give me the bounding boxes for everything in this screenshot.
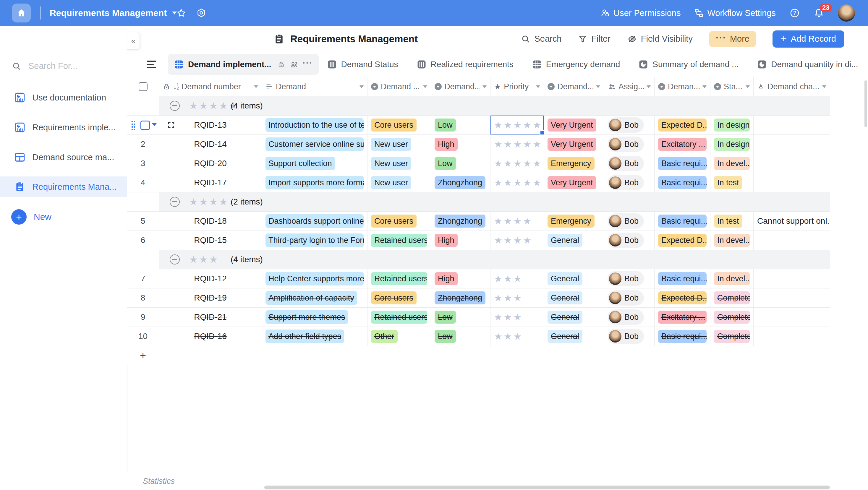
priority-stars[interactable]: ★★★★★	[494, 159, 542, 168]
tab-3[interactable]: Summary of demand ...	[638, 59, 739, 69]
demand-number-cell[interactable]: RQID-20	[159, 154, 262, 173]
column-header-5[interactable]: Demand...	[544, 77, 604, 96]
row-number-cell[interactable]: 8	[127, 289, 159, 308]
row-checkbox[interactable]	[141, 121, 150, 130]
tab-0[interactable]: Demand Status	[327, 59, 398, 69]
assignee-pill[interactable]: Bob	[608, 175, 644, 190]
select-tag[interactable]: Basic requi...	[658, 330, 707, 343]
demand-user-cell[interactable]: Retained users	[368, 269, 431, 289]
add-record-button[interactable]: + Add Record	[773, 30, 844, 47]
demand-user-cell[interactable]: New user	[368, 173, 431, 192]
collapse-group-icon[interactable]	[170, 255, 180, 264]
demand-type-cell[interactable]: Expected D...	[655, 116, 710, 135]
demand-cell[interactable]: Help Center supports more ar	[262, 269, 368, 289]
notifications-button[interactable]: 23	[814, 8, 824, 18]
demand-channel-cell[interactable]	[753, 173, 830, 192]
row-caret-icon[interactable]	[152, 123, 157, 126]
select-tag[interactable]: Zhongzhong	[435, 291, 486, 304]
status-cell[interactable]: In design	[710, 135, 753, 154]
demand-channel-cell[interactable]	[753, 231, 830, 250]
priority-cell[interactable]: ★★★	[491, 289, 544, 308]
priority-stars[interactable]: ★★★	[494, 274, 523, 284]
select-tag[interactable]: Very Urgent	[548, 138, 596, 151]
sidebar-search-input[interactable]	[28, 61, 109, 71]
status-cell[interactable]: In test	[710, 211, 753, 231]
select-tag[interactable]: Basic requi...	[658, 215, 707, 228]
group-header[interactable]: ★★★★★ (4 items)	[159, 96, 830, 116]
select-tag[interactable]: Low	[435, 157, 456, 170]
demand-urgency-cell[interactable]: Emergency	[544, 211, 604, 231]
status-cell[interactable]: Complete	[710, 327, 753, 346]
priority-cell[interactable]: ★★★	[491, 269, 544, 289]
select-tag[interactable]: Retained users	[371, 311, 427, 324]
column-header-7[interactable]: Deman...	[655, 77, 710, 96]
assignee-pill[interactable]: Bob	[608, 117, 644, 133]
select-tag[interactable]: Basic requi...	[658, 157, 707, 170]
tab-active[interactable]: Demand implement... ···	[168, 54, 319, 75]
select-tag[interactable]: In devel...	[714, 272, 750, 285]
demand-urgency-cell[interactable]: Very Urgent	[544, 135, 604, 154]
priority-stars[interactable]: ★★★★	[494, 236, 533, 245]
select-tag[interactable]: Core users	[371, 215, 416, 228]
select-tag[interactable]: High	[435, 138, 458, 151]
assignee-pill[interactable]: Bob	[608, 233, 644, 248]
demand-user-cell[interactable]: Retained users	[368, 231, 431, 250]
select-tag[interactable]: Emergency	[548, 157, 594, 170]
select-tag[interactable]: General	[548, 291, 582, 304]
demand-cell[interactable]: Support more themes	[262, 308, 368, 327]
demand-channel-cell[interactable]	[753, 308, 830, 327]
assignee-cell[interactable]: Bob	[604, 173, 655, 192]
demand-number-cell[interactable]: RQID-13	[159, 116, 262, 135]
field-visibility-button[interactable]: Field Visibility	[627, 34, 693, 44]
assignee-cell[interactable]: Bob	[604, 308, 655, 327]
column-menu-icon[interactable]	[647, 86, 651, 88]
select-tag[interactable]: Zhongzhong	[435, 215, 486, 228]
assignee-cell[interactable]: Bob	[604, 327, 655, 346]
priority-cell[interactable]: ★★★	[491, 327, 544, 346]
column-menu-icon[interactable]	[483, 86, 487, 88]
favorite-star-button[interactable]	[176, 8, 186, 18]
row-number-cell[interactable]	[127, 116, 159, 135]
demand-urgency-cell[interactable]: General	[544, 269, 604, 289]
select-tag[interactable]: Retained users	[371, 234, 427, 247]
assignee-cell[interactable]: Bob	[604, 135, 655, 154]
demand-level-cell[interactable]: Zhongzhong	[431, 211, 491, 231]
select-tag[interactable]: Very Urgent	[548, 176, 596, 189]
vertical-scrollbar[interactable]	[864, 80, 867, 127]
demand-user-cell[interactable]: Retained users	[368, 308, 431, 327]
demand-number-cell[interactable]: RQID-19	[159, 289, 262, 308]
priority-cell[interactable]: ★★★★★	[491, 116, 544, 135]
select-tag[interactable]: Expected D...	[658, 119, 707, 132]
demand-urgency-cell[interactable]: General	[544, 289, 604, 308]
select-tag[interactable]: In devel...	[714, 157, 750, 170]
demand-level-cell[interactable]: High	[431, 231, 491, 250]
filter-button[interactable]: Filter	[578, 34, 610, 44]
demand-cell[interactable]: Introduction to the use of tem	[262, 116, 368, 135]
demand-number-cell[interactable]: RQID-15	[159, 231, 262, 250]
column-menu-icon[interactable]	[254, 86, 258, 88]
assignee-cell[interactable]: Bob	[604, 269, 655, 289]
demand-level-cell[interactable]: Zhongzhong	[431, 173, 491, 192]
row-number-cell[interactable]: 2	[127, 135, 159, 154]
priority-cell[interactable]: ★★★	[491, 308, 544, 327]
status-cell[interactable]: In devel...	[710, 269, 753, 289]
status-cell[interactable]: In design	[710, 116, 753, 135]
user-avatar[interactable]	[838, 4, 855, 22]
priority-stars[interactable]: ★★★★	[494, 217, 533, 226]
demand-level-cell[interactable]: High	[431, 269, 491, 289]
demand-urgency-cell[interactable]: Emergency	[544, 154, 604, 173]
drag-handle-icon[interactable]	[131, 120, 135, 130]
collapse-sidebar-button[interactable]: «	[127, 32, 140, 50]
demand-type-cell[interactable]: Excitatory ...	[655, 308, 710, 327]
select-tag[interactable]: Expected D...	[658, 291, 707, 304]
select-tag[interactable]: Low	[435, 311, 456, 324]
select-tag[interactable]: Emergency	[548, 215, 594, 228]
demand-user-cell[interactable]: Core users	[368, 289, 431, 308]
demand-user-cell[interactable]: Core users	[368, 116, 431, 135]
assignee-cell[interactable]: Bob	[604, 154, 655, 173]
row-number-cell[interactable]: 7	[127, 269, 159, 289]
demand-channel-cell[interactable]	[753, 154, 830, 173]
sidebar-item-1[interactable]: Requirements imple...	[0, 117, 127, 138]
app-title[interactable]: Requirements Management	[50, 0, 177, 26]
assignee-cell[interactable]: Bob	[604, 289, 655, 308]
